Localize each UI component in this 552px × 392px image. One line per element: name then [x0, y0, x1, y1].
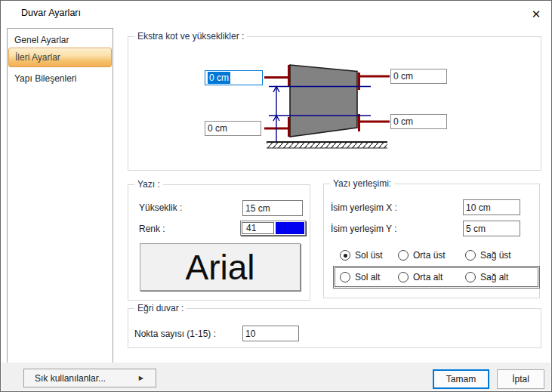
height-label: Yükseklik : [139, 202, 182, 214]
sidebar-item-label: İleri Ayarlar [15, 52, 60, 63]
color-picker[interactable]: 41 [240, 221, 306, 236]
extra-bottom-left-input[interactable] [205, 121, 261, 136]
favorites-button[interactable]: Sık kullanılanlar... ▶ [23, 369, 156, 387]
radio-label: Sol üst [355, 250, 383, 261]
radio-icon [398, 250, 409, 261]
dialog-window: Duvar Ayarları ✕ Genel Ayarlar İleri Aya… [0, 0, 552, 392]
window-title: Duvar Ayarları [21, 8, 81, 18]
placement-x-label: İsim yerleşim X : [331, 202, 397, 214]
font-preview-button[interactable]: Arial [140, 243, 301, 291]
radio-sag-alt[interactable]: Sağ alt [465, 272, 508, 282]
radio-sol-alt[interactable]: Sol alt [340, 272, 380, 282]
close-icon: ✕ [532, 8, 541, 21]
group-text-placement-label: Yazı yerleşimi: [330, 178, 394, 189]
group-curved-wall-label: Eğri duvar : [134, 303, 187, 313]
arrow-right-icon: ▶ [139, 375, 143, 381]
radio-orta-ust[interactable]: Orta üst [398, 250, 446, 261]
placement-x-input[interactable] [463, 199, 520, 215]
extra-top-right-input[interactable] [390, 69, 447, 84]
close-button[interactable]: ✕ [525, 5, 547, 24]
sidebar-item-genel-ayarlar[interactable]: Genel Ayarlar [8, 32, 111, 48]
radio-icon [398, 272, 409, 282]
sidebar-item-label: Genel Ayarlar [14, 35, 69, 45]
placement-y-input[interactable] [463, 221, 520, 236]
sidebar-item-label: Yapı Bileşenleri [14, 73, 77, 84]
height-input[interactable] [242, 200, 303, 216]
cancel-button-label: İptal [512, 374, 529, 384]
group-extra-heights-label: Ekstra kot ve yükseklikler : [134, 31, 247, 42]
radio-icon [465, 272, 476, 282]
selected-value: 0 cm [208, 72, 230, 84]
sidebar-item-ileri-ayarlar[interactable]: İleri Ayarlar [8, 48, 112, 67]
radio-sol-ust[interactable]: Sol üst [340, 250, 383, 261]
point-count-input[interactable] [242, 326, 299, 341]
extra-top-left-input[interactable]: 0 cm [205, 70, 263, 85]
color-index-value: 41 [242, 222, 274, 234]
ok-button-label: Tamam [446, 374, 476, 384]
radio-orta-alt[interactable]: Orta alt [398, 272, 443, 282]
font-preview-text: Arial [185, 247, 254, 288]
radio-icon [465, 250, 476, 261]
extra-bottom-right-input[interactable] [390, 114, 447, 129]
color-label: Renk : [139, 223, 165, 235]
group-extra-heights: Ekstra kot ve yükseklikler : [128, 36, 541, 171]
radio-label: Sağ alt [480, 272, 508, 282]
group-text-label: Yazı : [134, 179, 163, 190]
radio-icon [340, 272, 350, 282]
cancel-button[interactable]: İptal [497, 369, 544, 389]
radio-label: Orta alt [413, 272, 443, 282]
radio-label: Sağ üst [480, 250, 511, 261]
placement-y-label: İsim yerleşim Y : [331, 223, 397, 235]
favorites-label: Sık kullanılanlar... [35, 373, 106, 384]
point-count-label: Nokta sayısı (1-15) : [134, 328, 216, 340]
sidebar-item-yapi-bilesenleri[interactable]: Yapı Bileşenleri [8, 70, 111, 87]
radio-label: Orta üst [413, 250, 446, 261]
color-swatch [276, 222, 304, 234]
radio-icon [340, 250, 350, 261]
radio-sag-ust[interactable]: Sağ üst [465, 250, 511, 261]
ok-button[interactable]: Tamam [433, 369, 489, 389]
radio-label: Sol alt [355, 272, 380, 282]
